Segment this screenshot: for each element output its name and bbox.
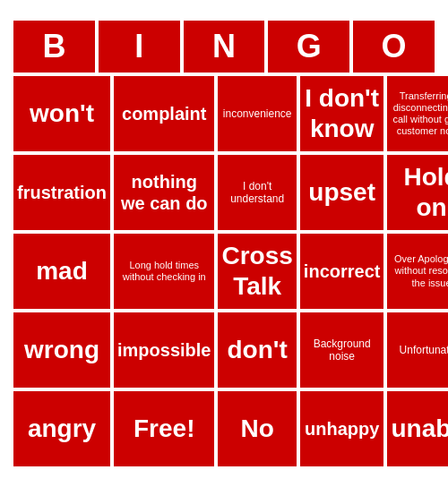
cell-text-8: upset (308, 177, 375, 208)
bingo-cell-18: Background noise (298, 311, 386, 389)
bingo-letter-n: N (182, 19, 267, 74)
bingo-cell-11: Long hold times without checking in (112, 232, 216, 311)
bingo-card: BINGO won'tcomplaintinconvenienceI don't… (9, 16, 439, 471)
cell-text-7: I don't understand (221, 180, 292, 206)
bingo-cell-17: don't (216, 311, 297, 389)
cell-text-17: don't (228, 335, 288, 365)
bingo-letter-i: I (97, 19, 182, 74)
cell-text-10: mad (36, 256, 88, 286)
cell-text-2: inconvenience (223, 107, 292, 120)
cell-text-21: Free! (134, 414, 194, 444)
bingo-cell-13: incorrect (298, 232, 386, 311)
bingo-cell-7: I don't understand (216, 153, 297, 232)
bingo-cell-5: frustration (12, 153, 112, 232)
bingo-letter-b: B (12, 19, 97, 74)
bingo-cell-3: I don't know (298, 74, 386, 153)
cell-text-13: incorrect (304, 261, 381, 282)
bingo-cell-0: won't (12, 74, 112, 153)
cell-text-15: wrong (24, 335, 99, 365)
bingo-cell-19: Unfortunatelu (385, 311, 448, 389)
cell-text-4: Transferring or disconnecting the call w… (391, 90, 448, 138)
cell-text-1: complaint (122, 103, 206, 124)
bingo-cell-4: Transferring or disconnecting the call w… (385, 74, 448, 153)
cell-text-24: unable (391, 414, 448, 444)
cell-text-0: won't (30, 98, 94, 129)
cell-text-20: angry (28, 414, 96, 444)
bingo-cell-8: upset (298, 153, 386, 232)
bingo-cell-14: Over Apologizing without resolving the i… (385, 232, 448, 311)
bingo-cell-21: Free! (112, 389, 216, 468)
bingo-cell-22: No (216, 389, 297, 468)
cell-text-23: unhappy (305, 418, 379, 440)
cell-text-11: Long hold times without checking in (117, 260, 211, 283)
bingo-cell-2: inconvenience (216, 74, 297, 153)
cell-text-19: Unfortunatelu (400, 344, 448, 356)
bingo-cell-9: Hold on (385, 153, 448, 232)
bingo-cell-6: nothing we can do (112, 153, 216, 232)
cell-text-6: nothing we can do (117, 171, 211, 214)
bingo-grid: won'tcomplaintinconvenienceI don't knowT… (12, 74, 436, 468)
cell-text-18: Background noise (304, 337, 381, 363)
bingo-header: BINGO (12, 19, 436, 74)
bingo-cell-1: complaint (112, 74, 216, 153)
cell-text-14: Over Apologizing without resolving the i… (391, 253, 448, 289)
cell-text-22: No (241, 414, 274, 444)
bingo-cell-23: unhappy (298, 389, 386, 468)
bingo-letter-g: G (266, 19, 351, 74)
bingo-cell-20: angry (12, 389, 112, 468)
bingo-cell-16: impossible (112, 311, 216, 389)
cell-text-5: frustration (17, 182, 107, 203)
bingo-cell-12: Cross Talk (216, 232, 297, 311)
bingo-cell-10: mad (12, 232, 112, 311)
cell-text-9: Hold on (391, 162, 448, 222)
bingo-letter-o: O (351, 19, 436, 74)
cell-text-16: impossible (117, 339, 211, 361)
cell-text-3: I don't know (304, 83, 381, 143)
bingo-cell-15: wrong (12, 311, 112, 389)
cell-text-12: Cross Talk (221, 241, 292, 301)
bingo-cell-24: unable (385, 389, 448, 468)
